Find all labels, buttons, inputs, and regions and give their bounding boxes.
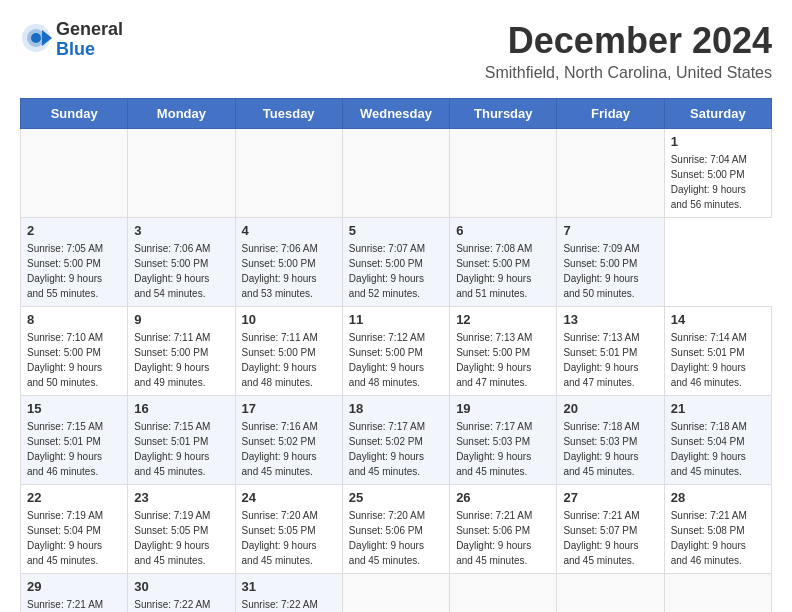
location-subtitle: Smithfield, North Carolina, United State… (485, 64, 772, 82)
day-info: Sunrise: 7:17 AM Sunset: 5:03 PM Dayligh… (456, 419, 550, 479)
calendar-cell: 2 Sunrise: 7:05 AM Sunset: 5:00 PM Dayli… (21, 218, 128, 307)
calendar-cell (128, 129, 235, 218)
calendar-cell (450, 129, 557, 218)
day-header-saturday: Saturday (664, 99, 771, 129)
day-info: Sunrise: 7:04 AM Sunset: 5:00 PM Dayligh… (671, 152, 765, 212)
calendar-cell (342, 574, 449, 613)
calendar-cell: 5 Sunrise: 7:07 AM Sunset: 5:00 PM Dayli… (342, 218, 449, 307)
day-number: 30 (134, 579, 228, 594)
calendar-week-row: 1 Sunrise: 7:04 AM Sunset: 5:00 PM Dayli… (21, 129, 772, 218)
title-section: December 2024 Smithfield, North Carolina… (485, 20, 772, 82)
calendar-cell (664, 574, 771, 613)
calendar-cell (235, 129, 342, 218)
day-info: Sunrise: 7:19 AM Sunset: 5:05 PM Dayligh… (134, 508, 228, 568)
day-number: 22 (27, 490, 121, 505)
day-header-wednesday: Wednesday (342, 99, 449, 129)
calendar-cell: 3 Sunrise: 7:06 AM Sunset: 5:00 PM Dayli… (128, 218, 235, 307)
day-number: 4 (242, 223, 336, 238)
day-info: Sunrise: 7:22 AM Sunset: 5:09 PM Dayligh… (134, 597, 228, 612)
calendar-cell: 27 Sunrise: 7:21 AM Sunset: 5:07 PM Dayl… (557, 485, 664, 574)
day-info: Sunrise: 7:22 AM Sunset: 5:10 PM Dayligh… (242, 597, 336, 612)
day-info: Sunrise: 7:21 AM Sunset: 5:08 PM Dayligh… (671, 508, 765, 568)
calendar-cell: 11 Sunrise: 7:12 AM Sunset: 5:00 PM Dayl… (342, 307, 449, 396)
day-info: Sunrise: 7:16 AM Sunset: 5:02 PM Dayligh… (242, 419, 336, 479)
day-info: Sunrise: 7:17 AM Sunset: 5:02 PM Dayligh… (349, 419, 443, 479)
day-number: 23 (134, 490, 228, 505)
day-info: Sunrise: 7:21 AM Sunset: 5:06 PM Dayligh… (456, 508, 550, 568)
day-info: Sunrise: 7:20 AM Sunset: 5:05 PM Dayligh… (242, 508, 336, 568)
calendar-table: SundayMondayTuesdayWednesdayThursdayFrid… (20, 98, 772, 612)
calendar-cell: 1 Sunrise: 7:04 AM Sunset: 5:00 PM Dayli… (664, 129, 771, 218)
day-number: 8 (27, 312, 121, 327)
calendar-cell (342, 129, 449, 218)
day-number: 28 (671, 490, 765, 505)
day-header-tuesday: Tuesday (235, 99, 342, 129)
day-info: Sunrise: 7:21 AM Sunset: 5:08 PM Dayligh… (27, 597, 121, 612)
day-info: Sunrise: 7:15 AM Sunset: 5:01 PM Dayligh… (134, 419, 228, 479)
day-info: Sunrise: 7:15 AM Sunset: 5:01 PM Dayligh… (27, 419, 121, 479)
calendar-cell: 26 Sunrise: 7:21 AM Sunset: 5:06 PM Dayl… (450, 485, 557, 574)
calendar-week-row: 8 Sunrise: 7:10 AM Sunset: 5:00 PM Dayli… (21, 307, 772, 396)
calendar-cell: 23 Sunrise: 7:19 AM Sunset: 5:05 PM Dayl… (128, 485, 235, 574)
calendar-cell (21, 129, 128, 218)
calendar-header-row: SundayMondayTuesdayWednesdayThursdayFrid… (21, 99, 772, 129)
day-info: Sunrise: 7:08 AM Sunset: 5:00 PM Dayligh… (456, 241, 550, 301)
calendar-cell: 21 Sunrise: 7:18 AM Sunset: 5:04 PM Dayl… (664, 396, 771, 485)
day-number: 12 (456, 312, 550, 327)
day-number: 27 (563, 490, 657, 505)
calendar-cell: 19 Sunrise: 7:17 AM Sunset: 5:03 PM Dayl… (450, 396, 557, 485)
day-number: 19 (456, 401, 550, 416)
day-header-thursday: Thursday (450, 99, 557, 129)
calendar-cell: 4 Sunrise: 7:06 AM Sunset: 5:00 PM Dayli… (235, 218, 342, 307)
day-number: 25 (349, 490, 443, 505)
calendar-cell: 15 Sunrise: 7:15 AM Sunset: 5:01 PM Dayl… (21, 396, 128, 485)
day-info: Sunrise: 7:12 AM Sunset: 5:00 PM Dayligh… (349, 330, 443, 390)
calendar-week-row: 22 Sunrise: 7:19 AM Sunset: 5:04 PM Dayl… (21, 485, 772, 574)
day-number: 21 (671, 401, 765, 416)
calendar-cell: 10 Sunrise: 7:11 AM Sunset: 5:00 PM Dayl… (235, 307, 342, 396)
day-number: 9 (134, 312, 228, 327)
day-info: Sunrise: 7:14 AM Sunset: 5:01 PM Dayligh… (671, 330, 765, 390)
day-header-sunday: Sunday (21, 99, 128, 129)
calendar-cell (557, 129, 664, 218)
calendar-cell: 12 Sunrise: 7:13 AM Sunset: 5:00 PM Dayl… (450, 307, 557, 396)
day-number: 29 (27, 579, 121, 594)
day-info: Sunrise: 7:06 AM Sunset: 5:00 PM Dayligh… (134, 241, 228, 301)
logo-icon (20, 22, 52, 54)
calendar-cell: 25 Sunrise: 7:20 AM Sunset: 5:06 PM Dayl… (342, 485, 449, 574)
day-info: Sunrise: 7:21 AM Sunset: 5:07 PM Dayligh… (563, 508, 657, 568)
day-number: 3 (134, 223, 228, 238)
day-number: 2 (27, 223, 121, 238)
day-number: 5 (349, 223, 443, 238)
calendar-cell (557, 574, 664, 613)
day-number: 18 (349, 401, 443, 416)
day-number: 20 (563, 401, 657, 416)
day-number: 14 (671, 312, 765, 327)
month-title: December 2024 (485, 20, 772, 62)
day-info: Sunrise: 7:11 AM Sunset: 5:00 PM Dayligh… (242, 330, 336, 390)
day-info: Sunrise: 7:18 AM Sunset: 5:03 PM Dayligh… (563, 419, 657, 479)
day-info: Sunrise: 7:13 AM Sunset: 5:01 PM Dayligh… (563, 330, 657, 390)
calendar-cell: 8 Sunrise: 7:10 AM Sunset: 5:00 PM Dayli… (21, 307, 128, 396)
day-number: 11 (349, 312, 443, 327)
day-info: Sunrise: 7:19 AM Sunset: 5:04 PM Dayligh… (27, 508, 121, 568)
calendar-cell: 14 Sunrise: 7:14 AM Sunset: 5:01 PM Dayl… (664, 307, 771, 396)
day-info: Sunrise: 7:06 AM Sunset: 5:00 PM Dayligh… (242, 241, 336, 301)
day-info: Sunrise: 7:13 AM Sunset: 5:00 PM Dayligh… (456, 330, 550, 390)
svg-point-2 (31, 33, 41, 43)
calendar-cell: 31 Sunrise: 7:22 AM Sunset: 5:10 PM Dayl… (235, 574, 342, 613)
calendar-cell: 13 Sunrise: 7:13 AM Sunset: 5:01 PM Dayl… (557, 307, 664, 396)
day-number: 10 (242, 312, 336, 327)
day-number: 26 (456, 490, 550, 505)
calendar-cell: 7 Sunrise: 7:09 AM Sunset: 5:00 PM Dayli… (557, 218, 664, 307)
day-info: Sunrise: 7:18 AM Sunset: 5:04 PM Dayligh… (671, 419, 765, 479)
calendar-cell: 6 Sunrise: 7:08 AM Sunset: 5:00 PM Dayli… (450, 218, 557, 307)
calendar-cell: 9 Sunrise: 7:11 AM Sunset: 5:00 PM Dayli… (128, 307, 235, 396)
day-header-monday: Monday (128, 99, 235, 129)
logo-text: General Blue (56, 20, 123, 60)
calendar-cell: 22 Sunrise: 7:19 AM Sunset: 5:04 PM Dayl… (21, 485, 128, 574)
day-number: 31 (242, 579, 336, 594)
calendar-cell: 20 Sunrise: 7:18 AM Sunset: 5:03 PM Dayl… (557, 396, 664, 485)
page-header: General Blue December 2024 Smithfield, N… (20, 20, 772, 82)
calendar-week-row: 2 Sunrise: 7:05 AM Sunset: 5:00 PM Dayli… (21, 218, 772, 307)
